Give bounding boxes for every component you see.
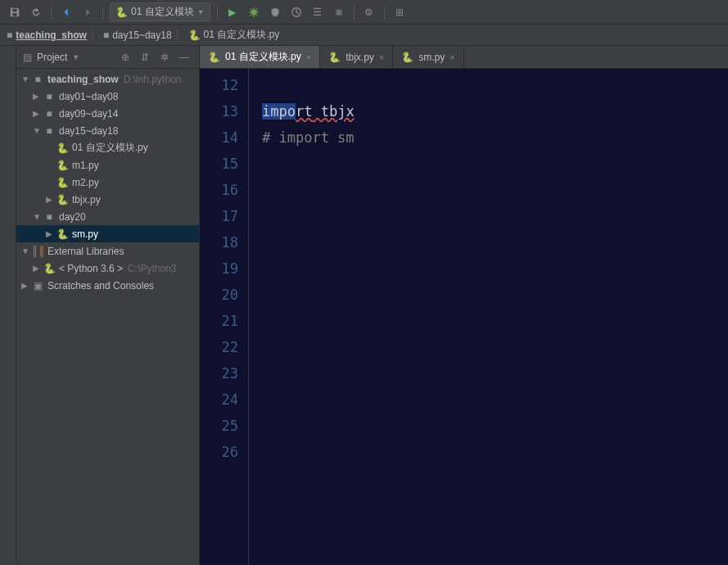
tree-external-libraries[interactable]: ▼ ║║ External Libraries [16, 242, 199, 260]
line-number: 21 [200, 308, 238, 334]
python-icon: 🐍 [56, 228, 69, 240]
tree-label: External Libraries [47, 246, 124, 257]
tree-file-m2[interactable]: 🐍 m2.py [16, 174, 199, 191]
tab-tbjx[interactable]: 🐍 tbjx.py × [320, 46, 393, 68]
python-icon: 🐍 [56, 160, 69, 171]
tab-label: tbjx.py [346, 52, 374, 63]
refresh-icon[interactable] [28, 4, 44, 20]
close-icon[interactable]: × [306, 52, 311, 62]
chevron-right-icon: 〉 [175, 28, 185, 42]
breadcrumb-label: day15~day18 [112, 29, 171, 41]
expand-icon[interactable]: ▼ [21, 246, 31, 255]
collapse-icon[interactable]: ⇵ [137, 49, 153, 66]
expand-icon[interactable]: ▼ [33, 212, 43, 221]
tree-file-m1[interactable]: 🐍 m1.py [16, 156, 199, 174]
gear-icon[interactable]: ✲ [156, 49, 173, 66]
python-icon: 🐍 [56, 177, 69, 188]
chevron-down-icon: ▼ [197, 8, 205, 16]
line-number: 12 [200, 72, 238, 98]
expand-icon[interactable]: ▶ [46, 229, 56, 238]
breadcrumb-root[interactable]: ■ teaching_show [7, 29, 87, 41]
tree-path: C:\Python3 [128, 263, 176, 274]
breadcrumb-label: teaching_show [16, 29, 87, 41]
line-number: 19 [200, 255, 238, 282]
tree-folder-day01[interactable]: ▶ ■ day01~day08 [16, 88, 199, 105]
expand-icon[interactable]: ▶ [33, 264, 43, 273]
tree-file-tbjx[interactable]: ▶ 🐍 tbjx.py [16, 191, 199, 208]
breadcrumb-file[interactable]: 🐍 01 自定义模块.py [188, 28, 280, 42]
expand-icon[interactable]: ▶ [46, 195, 56, 204]
folder-icon: ■ [43, 108, 56, 120]
left-tab-strip[interactable] [0, 46, 16, 565]
run-icon[interactable]: ▶ [224, 4, 241, 20]
back-icon[interactable] [58, 4, 75, 20]
debug-icon[interactable] [246, 4, 262, 20]
extra-icon[interactable]: ⊞ [391, 4, 408, 20]
main-toolbar: 🐍 01 自定义模块 ▼ ▶ ☰ ⚙ ⊞ [0, 0, 728, 25]
library-icon: ║║ [31, 246, 44, 257]
separator [384, 5, 385, 20]
svg-rect-2 [336, 9, 341, 15]
tab-sm[interactable]: 🐍 sm.py × [393, 46, 463, 68]
code-content[interactable]: import tbjx # import sm [249, 69, 728, 565]
tree-label: sm.py [72, 228, 98, 240]
folder-icon: ■ [43, 125, 56, 137]
expand-icon[interactable]: ▼ [21, 75, 31, 84]
project-sidebar: ▤ Project ▼ ⊕ ⇵ ✲ — ▼ ■ teaching_show D:… [16, 46, 200, 565]
python-icon: 🐍 [43, 263, 56, 274]
selection: impo [262, 103, 296, 120]
project-tree: ▼ ■ teaching_show D:\lnh.python ▶ ■ day0… [16, 69, 199, 565]
python-icon: 🐍 [56, 194, 69, 206]
tree-path: D:\lnh.python [124, 74, 182, 85]
expand-icon[interactable]: ▼ [33, 126, 43, 135]
line-number: 16 [200, 177, 238, 203]
tree-folder-day20[interactable]: ▼ ■ day20 [16, 208, 199, 225]
stop-icon[interactable] [331, 4, 347, 20]
profile-icon[interactable] [288, 4, 305, 20]
coverage-icon[interactable] [267, 4, 283, 20]
folder-icon: ■ [7, 29, 12, 41]
separator [354, 5, 355, 20]
tree-scratches[interactable]: ▶ ▣ Scratches and Consoles [16, 277, 199, 294]
tree-folder-day09[interactable]: ▶ ■ day09~day14 [16, 105, 199, 122]
folder-icon: ■ [43, 91, 56, 102]
chevron-down-icon[interactable]: ▼ [72, 53, 79, 61]
tree-root[interactable]: ▼ ■ teaching_show D:\lnh.python [16, 70, 199, 88]
line-number: 24 [200, 386, 238, 413]
close-icon[interactable]: × [450, 52, 454, 62]
tree-folder-day15[interactable]: ▼ ■ day15~day18 [16, 122, 199, 139]
hide-icon[interactable]: — [176, 49, 192, 66]
expand-icon[interactable]: ▶ [33, 109, 43, 118]
tree-file-sm[interactable]: ▶ 🐍 sm.py [16, 225, 199, 242]
code-line-13: import tbjx [262, 98, 728, 124]
tree-python36[interactable]: ▶ 🐍 < Python 3.6 > C:\Python3 [16, 260, 199, 277]
svg-point-0 [251, 9, 256, 15]
editor-body[interactable]: 12 13 14 15 16 17 18 19 20 21 22 23 24 2… [200, 69, 728, 565]
tab-01[interactable]: 🐍 01 自定义模块.py × [200, 46, 320, 68]
expand-icon[interactable]: ▶ [21, 281, 31, 290]
tree-label: < Python 3.6 > [59, 263, 123, 274]
close-icon[interactable]: × [379, 52, 384, 62]
sidebar-title: Project [37, 52, 67, 63]
tree-label: Scratches and Consoles [47, 280, 154, 292]
tree-label: day09~day14 [59, 108, 118, 120]
target-icon[interactable]: ⊕ [117, 49, 133, 66]
tree-file-01[interactable]: 🐍 01 自定义模块.py [16, 139, 199, 156]
python-icon: 🐍 [328, 52, 341, 63]
separator [217, 5, 218, 20]
separator [102, 5, 103, 20]
line-number: 13 [200, 98, 238, 124]
folder-icon: ■ [43, 211, 56, 223]
line-number: 26 [200, 439, 238, 465]
breadcrumb-folder[interactable]: ■ day15~day18 [103, 29, 172, 41]
forward-icon[interactable] [79, 4, 96, 20]
run-configuration-dropdown[interactable]: 🐍 01 自定义模块 ▼ [110, 2, 210, 21]
main-content: ▤ Project ▼ ⊕ ⇵ ✲ — ▼ ■ teaching_show D:… [0, 46, 728, 565]
settings-icon[interactable]: ⚙ [361, 4, 378, 20]
expand-icon[interactable]: ▶ [33, 92, 43, 101]
save-icon[interactable] [7, 4, 23, 20]
folder-icon: ■ [103, 29, 109, 41]
concurrency-icon[interactable]: ☰ [310, 4, 326, 20]
sidebar-header: ▤ Project ▼ ⊕ ⇵ ✲ — [16, 46, 199, 69]
tab-label: 01 自定义模块.py [225, 50, 301, 64]
